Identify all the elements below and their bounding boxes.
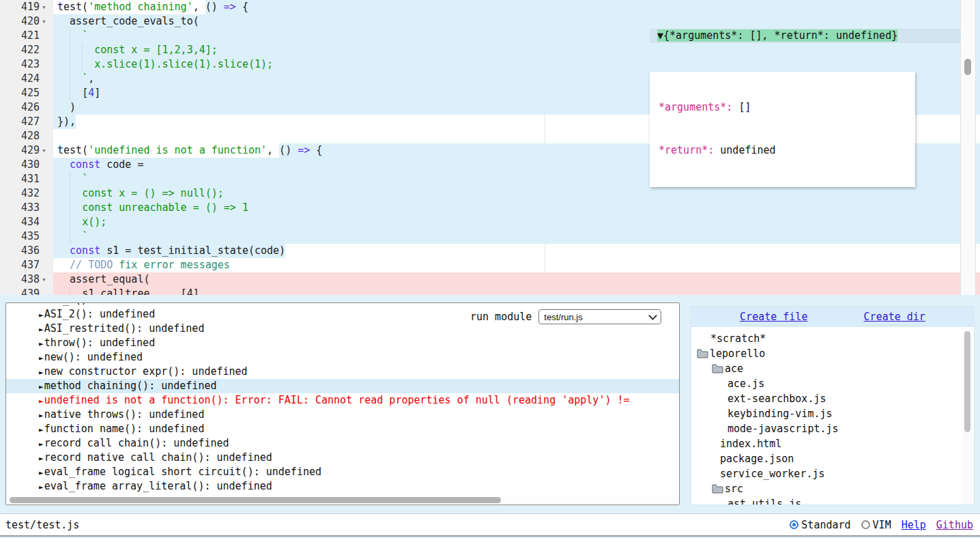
gutter-line-number[interactable]: 439	[0, 287, 53, 295]
expand-arrow-icon[interactable]: ►	[39, 397, 44, 406]
test-result-item[interactable]: ►record call chain(): undefined	[6, 436, 679, 451]
editor-scrollbar-thumb[interactable]	[964, 59, 971, 75]
code-line[interactable]: const s1 = test_initial_state(code)	[53, 244, 980, 258]
test-result-item[interactable]: ►eval_frame logical short circuit(): und…	[6, 465, 679, 479]
tree-file-service_worker.js[interactable]: service_worker.js	[691, 466, 974, 481]
editor-line[interactable]: 439 s1.calltree ... [4]	[0, 287, 980, 295]
line-number: 419	[21, 0, 42, 14]
gutter-line-number[interactable]: 432	[0, 186, 53, 201]
fold-marker-icon[interactable]: ▾	[42, 143, 53, 158]
gutter-line-number[interactable]: 435	[0, 229, 53, 244]
tooltip-return-row[interactable]: *return*: undefined	[659, 143, 915, 158]
fold-marker-icon[interactable]: ▾	[42, 14, 53, 29]
expand-arrow-icon[interactable]: ►	[39, 411, 44, 420]
code-line[interactable]: assert_equal(	[53, 272, 980, 287]
editor-line[interactable]: 436 const s1 = test_initial_state(code)	[0, 244, 980, 258]
create-file-link[interactable]: Create file	[740, 311, 807, 323]
output-panel[interactable]: ►ASI_1(): undefined ►ASI_2(): undefined►…	[5, 302, 680, 505]
test-result-item[interactable]: ►new(): undefined	[6, 350, 679, 365]
expand-arrow-icon[interactable]: ►	[39, 382, 44, 391]
fold-spacer	[42, 172, 53, 186]
gutter-line-number[interactable]: 430	[0, 158, 53, 172]
gutter-line-number[interactable]: 427	[0, 115, 53, 129]
tree-file-keybinding-vim.js[interactable]: keybinding-vim.js	[691, 406, 974, 421]
expand-arrow-icon[interactable]: ►	[39, 454, 44, 463]
gutter-line-number[interactable]: 422	[0, 43, 53, 57]
test-result-item[interactable]: ►method chaining(): undefined	[6, 379, 679, 393]
tree-folder-ace[interactable]: ace	[691, 361, 974, 376]
gutter-line-number[interactable]: 436	[0, 244, 53, 258]
file-panel-header: Create file Create dir	[691, 307, 974, 327]
gutter-line-number[interactable]: 429▾	[0, 143, 53, 158]
gutter-line-number[interactable]: 438▾	[0, 272, 53, 287]
output-horizontal-scrollbar[interactable]	[6, 496, 679, 505]
test-result-item[interactable]: ►undefined is not a function(): Error: F…	[6, 393, 679, 408]
expand-arrow-icon[interactable]: ►	[39, 311, 44, 320]
file-tree[interactable]: *scratch*leporelloaceace.jsext-searchbox…	[691, 327, 974, 505]
tree-file-ast_utils.js[interactable]: ast_utils.js	[691, 496, 974, 505]
code-line[interactable]: // TODO fix error messages	[53, 258, 980, 272]
editor-scrollbar[interactable]	[960, 0, 976, 295]
gutter-line-number[interactable]: 428	[0, 129, 53, 143]
expand-arrow-icon[interactable]: ►	[39, 339, 44, 348]
gutter-line-number[interactable]: 419▾	[0, 0, 53, 14]
tree-folder-leporello[interactable]: leporello	[691, 346, 974, 361]
gutter-line-number[interactable]: 431	[0, 172, 53, 186]
tree-file-ext-searchbox.js[interactable]: ext-searchbox.js	[691, 391, 974, 406]
tooltip-arguments-row[interactable]: *arguments*: []	[659, 100, 915, 115]
tooltip-summary-row[interactable]: ▼{*arguments*: [], *return*: undefined}	[650, 29, 961, 43]
file-tree-scrollbar[interactable]	[962, 328, 972, 505]
gutter-line-number[interactable]: 420▾	[0, 14, 53, 29]
fold-marker-icon[interactable]: ▾	[42, 272, 53, 287]
help-link[interactable]: Help	[902, 519, 926, 531]
expand-arrow-icon[interactable]: ►	[39, 425, 44, 434]
expand-arrow-icon[interactable]: ►	[39, 440, 44, 449]
gutter-line-number[interactable]: 421	[0, 29, 53, 43]
editor-line[interactable]: 435 `	[0, 229, 980, 244]
expand-arrow-icon[interactable]: ►	[39, 483, 44, 492]
editor-line[interactable]: 434 x();	[0, 215, 980, 229]
expand-arrow-icon[interactable]: ►	[39, 368, 44, 377]
fold-marker-icon[interactable]: ▾	[42, 0, 53, 14]
gutter-line-number[interactable]: 425	[0, 86, 53, 100]
keybinding-standard-option[interactable]: Standard	[790, 519, 850, 531]
gutter-line-number[interactable]: 426	[0, 100, 53, 115]
tree-file-ace.js[interactable]: ace.js	[691, 376, 974, 391]
expand-arrow-icon[interactable]: ►	[39, 325, 44, 334]
create-dir-link[interactable]: Create dir	[864, 311, 925, 323]
code-editor[interactable]: 419▾test('method chaining', () => {420▾ …	[0, 0, 980, 295]
test-result-item[interactable]: ►new constructor expr(): undefined	[6, 365, 679, 379]
gutter-line-number[interactable]: 437	[0, 258, 53, 272]
tree-file-package.json[interactable]: package.json	[691, 451, 974, 466]
test-result-item[interactable]: ►throw(): undefined	[6, 336, 679, 350]
keybinding-vim-option[interactable]: VIM	[861, 519, 891, 531]
test-result-item[interactable]: ►native throws(): undefined	[6, 408, 679, 422]
radio-vim-icon[interactable]	[861, 520, 870, 529]
code-line[interactable]: `	[53, 229, 980, 244]
tooltip-summary[interactable]: ▼{*arguments*: [], *return*: undefined}	[657, 29, 897, 42]
code-line[interactable]: s1.calltree ... [4]	[53, 287, 980, 295]
test-result-item[interactable]: ►eval_frame array_literal(): undefined	[6, 479, 679, 494]
github-link[interactable]: Github	[936, 519, 973, 531]
tree-folder-src[interactable]: src	[691, 481, 974, 496]
radio-standard-icon[interactable]	[790, 520, 798, 529]
code-line[interactable]: x();	[53, 215, 980, 229]
expand-arrow-icon[interactable]: ►	[39, 303, 44, 305]
editor-line[interactable]: 438▾ assert_equal(	[0, 272, 980, 287]
test-result-item[interactable]: ►record native call chain(): undefined	[6, 451, 679, 465]
tree-file-mode-javascript.js[interactable]: mode-javascript.js	[691, 421, 974, 436]
gutter-line-number[interactable]: 423	[0, 57, 53, 72]
expand-arrow-icon[interactable]: ►	[39, 354, 44, 363]
gutter-line-number[interactable]: 433	[0, 201, 53, 215]
gutter-line-number[interactable]: 424	[0, 72, 53, 86]
editor-line[interactable]: 437 // TODO fix error messages	[0, 258, 980, 272]
test-results-list[interactable]: ►ASI_2(): undefined►ASI_restrited(): und…	[6, 307, 679, 494]
expand-arrow-icon[interactable]: ►	[39, 468, 44, 477]
output-scrollbar-thumb[interactable]	[10, 497, 501, 503]
file-tree-scrollbar-thumb[interactable]	[964, 331, 970, 432]
gutter-line-number[interactable]: 434	[0, 215, 53, 229]
run-module-select[interactable]: test/run.js	[538, 309, 661, 324]
test-result-item[interactable]: ►function name(): undefined	[6, 422, 679, 436]
tree-file-*scratch*[interactable]: *scratch*	[691, 331, 974, 346]
tree-file-index.html[interactable]: index.html	[691, 436, 974, 451]
